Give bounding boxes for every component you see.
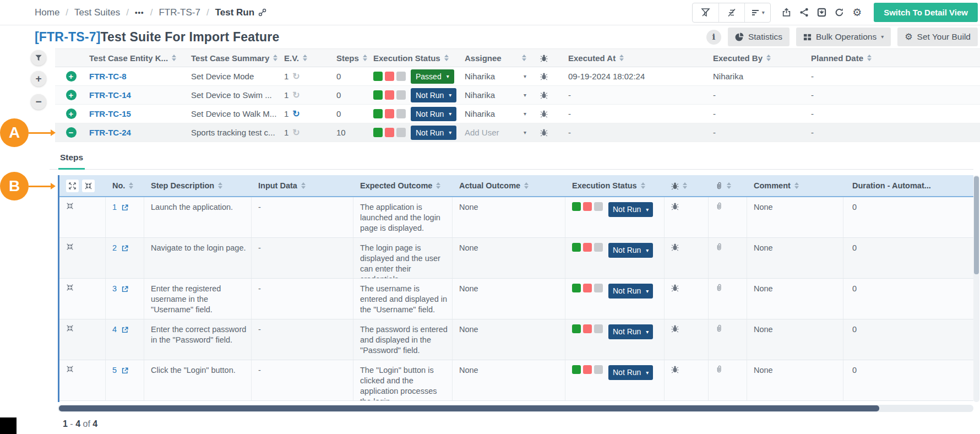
status-pass-swatch[interactable] [373,72,383,81]
sort-icon[interactable] [522,55,526,61]
collapse-icon[interactable] [66,365,101,373]
collapse-icon[interactable] [66,324,101,332]
status-pass-swatch[interactable] [373,90,383,100]
status-fail-swatch[interactable] [583,324,592,333]
external-link-icon[interactable] [121,285,129,293]
horizontal-scrollbar[interactable] [58,405,973,412]
collapse-icon[interactable] [66,202,101,210]
set-your-build-button[interactable]: ⚙ Set Your Build [897,28,978,46]
step-defects-cell[interactable] [665,238,709,278]
external-link-icon[interactable] [121,326,129,334]
sort-icon[interactable] [683,182,687,189]
sort-icon[interactable] [766,55,771,61]
column-header-steps[interactable]: Steps [332,53,373,63]
sort-icon[interactable] [524,182,529,189]
status-pass-swatch[interactable] [373,128,383,137]
column-header-no[interactable]: No. [106,181,144,191]
vertical-scrollbar-thumb[interactable] [974,176,979,274]
test-case-link[interactable]: FTR-TC-8 [89,72,127,81]
column-header-duration[interactable]: Duration - Automat... [843,181,973,191]
step-collapse-cell[interactable] [59,319,106,360]
step-defects-cell[interactable] [665,360,709,400]
step-attachment-cell[interactable] [709,360,747,400]
status-fail-swatch[interactable] [583,243,592,252]
sort-icon[interactable] [641,182,645,189]
status-pass-swatch[interactable] [572,202,581,211]
zoom-out-button[interactable]: − [31,94,46,110]
horizontal-scrollbar-thumb[interactable] [59,405,879,411]
vertical-scrollbar[interactable] [973,175,979,402]
status-pass-swatch[interactable] [373,109,383,118]
step-defects-cell[interactable] [665,197,709,237]
collapse-icon[interactable] [66,243,101,251]
execution-status-dropdown[interactable]: Passed▾ [411,69,454,84]
step-status-dropdown[interactable]: Not Run▾ [608,243,653,258]
step-defects-cell[interactable] [665,279,709,319]
column-header-input-data[interactable]: Input Data [252,181,353,191]
sort-icon[interactable] [172,55,176,61]
expand-all-icon[interactable] [66,180,79,192]
status-fail-swatch[interactable] [583,202,592,211]
status-na-swatch[interactable] [396,72,406,81]
tab-steps[interactable]: Steps [58,147,85,170]
assignee-dropdown[interactable]: Niharika▾ [460,72,532,81]
column-header-execution-status[interactable]: Execution Status [373,53,460,63]
status-pass-swatch[interactable] [572,284,581,292]
step-attachment-cell[interactable] [709,319,747,360]
row-expand-toggle[interactable]: + [66,90,77,100]
row-expand-toggle[interactable]: − [66,127,77,138]
step-collapse-cell[interactable] [59,279,106,319]
sort-icon[interactable] [436,182,440,189]
share-icon[interactable] [799,8,809,17]
sync-icon[interactable]: ↻ [292,110,300,118]
collapse-icon[interactable] [66,284,101,291]
sort-icon[interactable] [363,55,367,61]
status-fail-swatch[interactable] [385,90,394,100]
external-link-icon[interactable] [121,204,129,211]
defects-cell[interactable] [532,91,556,99]
status-fail-swatch[interactable] [385,72,394,81]
sort-icon[interactable] [727,182,731,189]
column-header-summary[interactable]: Test Case Summary [190,53,280,63]
status-pass-swatch[interactable] [572,324,581,333]
row-expand-toggle[interactable]: + [66,109,77,119]
status-fail-swatch[interactable] [583,284,592,292]
row-expand-toggle[interactable]: + [66,71,77,82]
status-na-swatch[interactable] [594,284,603,292]
breadcrumb-ellipsis[interactable]: ••• [135,8,144,17]
column-header-executed-by[interactable]: Executed By [707,53,807,63]
sort-icon[interactable] [273,55,277,61]
status-na-swatch[interactable] [396,109,406,118]
step-collapse-cell[interactable] [59,197,106,237]
column-header-executed-at[interactable]: Executed At [556,53,707,63]
step-collapse-cell[interactable] [59,360,106,400]
step-collapse-cell[interactable] [59,238,106,278]
step-defects-cell[interactable] [665,319,709,360]
info-icon[interactable]: i [706,30,721,45]
step-attachment-cell[interactable] [709,197,747,237]
status-fail-swatch[interactable] [385,128,394,137]
collapse-all-icon[interactable] [82,180,95,192]
breadcrumb-home[interactable]: Home [35,7,59,18]
import-icon[interactable] [817,8,826,17]
assignee-dropdown[interactable]: Niharika▾ [460,109,532,118]
sort-icon[interactable] [129,182,133,189]
column-header-assignee[interactable]: Assignee [460,53,532,63]
test-case-link[interactable]: FTR-TC-14 [89,90,131,100]
refresh-icon[interactable] [835,8,844,17]
execution-status-dropdown[interactable]: Not Run▾ [411,88,456,102]
link-icon[interactable] [258,8,266,17]
defects-cell[interactable] [532,72,556,80]
execution-status-dropdown[interactable]: Not Run▾ [411,126,456,140]
step-status-dropdown[interactable]: Not Run▾ [608,324,653,339]
column-header-actual-outcome[interactable]: Actual Outcome [453,181,565,191]
zoom-in-button[interactable]: + [31,71,46,86]
assignee-dropdown[interactable]: Add User▾ [460,128,532,137]
sort-icon[interactable] [794,182,799,189]
step-status-dropdown[interactable]: Not Run▾ [608,365,653,380]
sync-icon[interactable]: ↻ [292,72,300,81]
bulk-operations-button[interactable]: Bulk Operations ▾ [796,28,891,46]
clear-filter-icon[interactable] [693,3,718,22]
column-header-step-execution-status[interactable]: Execution Status [565,181,665,191]
step-status-dropdown[interactable]: Not Run▾ [608,284,653,299]
